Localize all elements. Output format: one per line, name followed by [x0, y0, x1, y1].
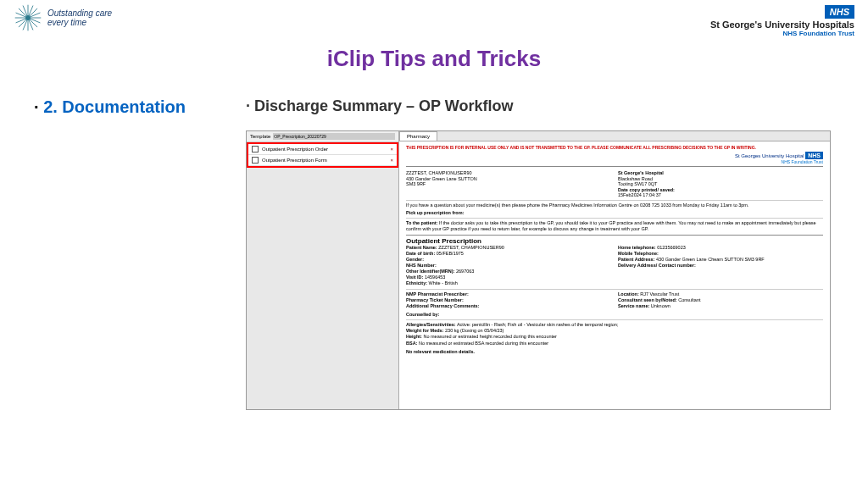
trust-sub: NHS Foundation Trust — [710, 30, 854, 37]
template-label: Template — [250, 134, 270, 139]
patient-hospital-block: ZZZTEST, CHAMPIONUSER90 430 Gander Green… — [406, 169, 823, 201]
right-column: Discharge Summary – OP Workflow Template… — [246, 97, 834, 410]
template-dropdown[interactable]: OP_Prescription_20220729 — [273, 133, 395, 140]
question-para: If you have a question about your medici… — [406, 202, 823, 208]
detail-grid-2: NMP Pharmacist Prescriber: Pharmacy Tick… — [406, 289, 823, 319]
template-list-highlight: Outpatient Prescription Order × Outpatie… — [247, 142, 398, 168]
mid-right: Location: RJ7 Vascular Trust Consultant … — [618, 291, 823, 319]
tagline: Outstanding care every time — [47, 8, 112, 27]
ticket-lbl: Pharmacy Ticket Number: — [406, 297, 611, 303]
hospital-name: St Georges University Hospital — [735, 153, 804, 158]
dob-val: 05/FEB/1975 — [435, 251, 464, 256]
svg-line-2 — [28, 8, 37, 18]
mob-lbl: Mobile Telephone: — [618, 251, 659, 256]
detail-left: Patient Name: ZZZTEST, CHAMPIONUSER90 Da… — [406, 245, 611, 287]
bsa-lbl: BSA: — [406, 341, 417, 346]
svg-line-6 — [19, 18, 28, 27]
eth-lbl: Ethnicity: — [406, 280, 427, 286]
svc-val: Unknown — [649, 303, 670, 308]
subtitle: Discharge Summary – OP Workflow — [246, 97, 834, 115]
document-icon — [252, 146, 259, 152]
allergies-val: Active: penicillin - Rash; Fish oil - Ve… — [456, 322, 619, 327]
clinical-block: Allergies/Sensitivities: Active: penicil… — [406, 319, 823, 347]
patient-name: ZZZTEST, CHAMPIONUSER90 — [406, 170, 611, 176]
hosp-l1: St George's Hospital — [618, 170, 823, 176]
cons-val: Consultant — [677, 297, 701, 302]
template-row: Template OP_Prescription_20220729 — [247, 131, 398, 142]
tagline-2: every time — [47, 18, 112, 27]
bsa-val: No measured or estimated BSA recorded du… — [417, 341, 548, 346]
nmp-lbl: NMP Pharmacist Prescriber: — [406, 291, 611, 297]
date-label: Date copy printed/ saved: — [618, 187, 675, 192]
hospital-sub: NHS Foundation Trust — [782, 159, 823, 164]
nhs-logo-small: NHS — [805, 152, 823, 159]
tagline-1: Outstanding care — [47, 8, 112, 18]
to-patient-text: If the doctor asks you to take this pres… — [406, 220, 816, 231]
weight-val: 230 kg (Dosing on 05/04/23) — [444, 328, 504, 333]
logo-left: Outstanding care every time — [14, 3, 112, 32]
section-title: Outpatient Prescription — [406, 235, 823, 245]
to-patient: To the patient: If the doctor asks you t… — [406, 218, 823, 232]
detail-right: Home telephone: 01235669023 Mobile Telep… — [618, 245, 823, 287]
height-lbl: Height: — [406, 334, 422, 339]
loc-val: RJ7 Vascular Trust — [639, 291, 680, 297]
eth-val: White - British — [427, 280, 458, 286]
svg-line-8 — [19, 8, 28, 18]
content: 2. Documentation Discharge Summary – OP … — [0, 72, 868, 410]
document-body: THIS PRESCRIPTION IS FOR INTERNAL USE ON… — [399, 141, 830, 409]
patient-addr: 430 Gander Green Lane SUTTON — [406, 176, 611, 182]
pickup-label: Pick up prescription from: — [406, 210, 823, 216]
tab-pharmacy[interactable]: Pharmacy — [399, 131, 437, 141]
comm-lbl: Additional Pharmacy Comments: — [406, 303, 611, 309]
cons-lbl: Consultant seen by/Noted: — [618, 297, 677, 302]
to-patient-lbl: To the patient: — [406, 220, 437, 225]
no-meds: No relevant medication details. — [406, 349, 823, 354]
document-icon — [252, 157, 259, 164]
close-icon[interactable]: × — [390, 147, 393, 152]
list-item-label: Outpatient Prescription Form — [262, 158, 327, 163]
date-val: 15Feb2024 17:04:37 — [618, 192, 823, 198]
app-screenshot: Template OP_Prescription_20220729 Outpat… — [246, 130, 831, 410]
tel-val: 01235669023 — [656, 245, 686, 250]
height-val: No measured or estimated height recorded… — [422, 334, 557, 339]
template-panel: Template OP_Prescription_20220729 Outpat… — [247, 131, 399, 409]
tel-lbl: Home telephone: — [618, 245, 656, 250]
hospital-header: St Georges University Hospital NHS NHS F… — [406, 152, 823, 167]
couns-lbl: Counselled by: — [406, 312, 611, 318]
svc-lbl: Service name: — [618, 303, 649, 308]
dob-lbl: Date of birth: — [406, 251, 435, 256]
logo-right: NHS St George's University Hospitals NHS… — [710, 3, 854, 37]
hospital-block: St George's Hospital Blackshaw Road Toot… — [618, 170, 823, 198]
weight-lbl: Weight for Meds: — [406, 328, 444, 333]
warning-text: THIS PRESCRIPTION IS FOR INTERNAL USE ON… — [406, 145, 823, 150]
allergies-lbl: Allergies/Sensitivities: — [406, 322, 456, 327]
svg-line-4 — [28, 18, 37, 27]
document-preview: Pharmacy THIS PRESCRIPTION IS FOR INTERN… — [399, 131, 830, 409]
nhs-lbl: NHS Number: — [406, 263, 437, 268]
addr-lbl: Patient Address: — [618, 257, 655, 262]
loc-lbl: Location: — [618, 291, 639, 297]
mrn-lbl: Other Identifier(MRN): — [406, 269, 454, 274]
mid-left: NMP Pharmacist Prescriber: Pharmacy Tick… — [406, 291, 611, 319]
slide-header: Outstanding care every time NHS St Georg… — [0, 0, 868, 37]
list-item-label: Outpatient Prescription Order — [262, 147, 328, 152]
trust-name: St George's University Hospitals — [710, 19, 854, 30]
hosp-l3: Tooting SW17 0QT — [618, 181, 823, 187]
addr-val: 430 Gander Green Lane Cheam SUTTON SM3 9… — [655, 257, 765, 262]
section-heading: 2. Documentation — [34, 97, 229, 117]
hosp-l2: Blackshaw Road — [618, 176, 823, 182]
visit-val: 14596453 — [423, 274, 445, 280]
patient-post: SM3 9RF — [406, 181, 611, 187]
page-title: iClip Tips and Tricks — [0, 46, 868, 72]
close-icon[interactable]: × — [390, 158, 393, 163]
mrn-val: 2697063 — [454, 269, 474, 274]
gender-lbl: Gender: — [406, 257, 424, 262]
list-item[interactable]: Outpatient Prescription Order × — [248, 144, 397, 155]
patient-block: ZZZTEST, CHAMPIONUSER90 430 Gander Green… — [406, 170, 611, 198]
detail-grid-1: Patient Name: ZZZTEST, CHAMPIONUSER90 Da… — [406, 245, 823, 287]
left-column: 2. Documentation — [34, 97, 229, 410]
pn-val: ZZZTEST, CHAMPIONUSER90 — [437, 245, 504, 250]
list-item[interactable]: Outpatient Prescription Form × — [248, 155, 397, 166]
burst-icon — [14, 3, 42, 32]
nhs-logo: NHS — [825, 5, 854, 19]
